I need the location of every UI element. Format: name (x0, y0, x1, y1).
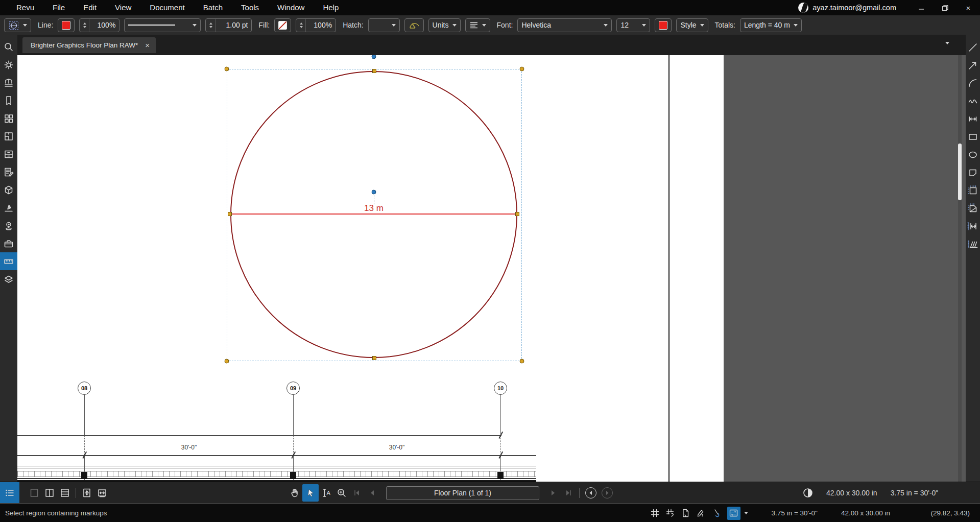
markups-list-toggle[interactable] (0, 482, 19, 504)
corner-handle-nw[interactable] (225, 67, 229, 72)
split-horizontal-button[interactable] (57, 482, 73, 504)
line-tool-icon[interactable] (967, 42, 978, 53)
snap-to-markup-button[interactable] (694, 506, 709, 521)
menu-window[interactable]: Window (268, 0, 314, 15)
sidebar-item-studio[interactable] (0, 145, 17, 163)
arc-tool-icon[interactable] (967, 78, 978, 89)
status-scale[interactable]: 3.75 in = 30'-0" (772, 509, 818, 517)
sidebar-item-measurements[interactable] (0, 252, 17, 270)
protractor-button[interactable] (404, 18, 424, 32)
sidebar-item-spaces[interactable] (0, 127, 17, 145)
fit-page-button[interactable] (79, 482, 94, 504)
arrow-tool-icon[interactable] (967, 60, 978, 71)
next-page-button[interactable] (545, 482, 561, 504)
menu-file[interactable]: File (43, 0, 74, 15)
menu-help[interactable]: Help (314, 0, 348, 15)
sidebar-item-settings[interactable] (0, 56, 17, 74)
hatch-dropdown[interactable] (368, 18, 400, 32)
pan-tool-button[interactable] (287, 482, 302, 504)
polygon-tool-icon[interactable] (967, 167, 978, 178)
menu-view[interactable]: View (106, 0, 140, 15)
menu-edit[interactable]: Edit (74, 0, 106, 15)
last-page-button[interactable] (561, 482, 576, 504)
center-handle[interactable] (372, 190, 376, 195)
line-style-dropdown[interactable] (124, 18, 201, 32)
reuse-markups-button[interactable] (727, 507, 740, 520)
rotation-handle[interactable] (372, 55, 376, 59)
mid-handle-right[interactable] (515, 212, 519, 216)
menu-revu[interactable]: Revu (7, 0, 43, 15)
document-tab[interactable]: Brighter Graphics Floor Plan RAW* × (22, 37, 156, 53)
sidebar-item-markups-list[interactable] (0, 163, 17, 181)
totals-dropdown[interactable]: Length = 40 m (740, 18, 802, 32)
mid-handle-top[interactable] (372, 69, 376, 73)
sidebar-item-thumbnails[interactable] (0, 109, 17, 127)
units-dropdown[interactable]: Units (428, 18, 461, 32)
length-measure-tool-icon[interactable] (967, 113, 978, 125)
corner-handle-ne[interactable] (520, 67, 524, 72)
snap-to-grid-button[interactable] (663, 506, 678, 521)
restore-button[interactable] (933, 0, 957, 15)
polyline-tool-icon[interactable] (967, 96, 978, 107)
snap-to-document-button[interactable] (678, 506, 694, 521)
tab-list-chevron-icon[interactable] (945, 42, 949, 44)
next-view-button[interactable] (602, 487, 613, 499)
select-text-tool-button[interactable]: A (319, 482, 334, 504)
vertical-scrollbar[interactable] (958, 55, 962, 482)
minimize-button[interactable] (910, 0, 933, 15)
font-color-button[interactable] (655, 18, 672, 32)
area-measure-tool-icon[interactable] (967, 185, 978, 196)
measurement-label[interactable]: 13 m (348, 203, 399, 213)
tab-close-icon[interactable]: × (145, 41, 150, 49)
split-vertical-button[interactable] (42, 482, 57, 504)
angle-measure-tool-icon[interactable] (967, 239, 978, 250)
ellipse-tool-icon[interactable] (967, 149, 978, 160)
pdf-page[interactable]: 08 09 10 30'-0" 30'-0" 13 m (17, 55, 724, 482)
style-dropdown[interactable]: Style (676, 18, 708, 32)
mid-handle-bottom[interactable] (372, 356, 376, 360)
mid-handle-left[interactable] (228, 212, 232, 216)
font-size-dropdown[interactable]: 12 (616, 18, 650, 32)
chevron-down-icon[interactable] (744, 512, 748, 514)
fill-opacity-stepper[interactable]: 100% (296, 18, 336, 32)
single-page-view-button[interactable] (27, 482, 42, 504)
account-button[interactable]: ayaz.taimoor@gmail.com (798, 3, 896, 13)
line-opacity-stepper[interactable]: 100% (79, 18, 119, 32)
sidebar-item-3d-model[interactable] (0, 181, 17, 199)
fit-width-button[interactable] (94, 482, 110, 504)
menu-document[interactable]: Document (140, 0, 194, 15)
zoom-tool-button[interactable] (334, 482, 349, 504)
previous-page-button[interactable] (365, 482, 380, 504)
rectangle-tool-icon[interactable] (967, 131, 978, 143)
stepper-arrows[interactable] (300, 19, 306, 32)
sidebar-item-bookmarks[interactable] (0, 91, 17, 109)
sidebar-item-search[interactable] (0, 38, 17, 56)
sidebar-item-signatures[interactable] (0, 199, 17, 217)
alignment-dropdown[interactable] (465, 18, 490, 32)
width-measure-tool-icon[interactable] (967, 221, 978, 232)
menu-batch[interactable]: Batch (194, 0, 232, 15)
snap-hybrid-button[interactable] (709, 506, 724, 521)
grid-toggle-button[interactable] (648, 506, 663, 521)
sidebar-item-tool-chest[interactable] (0, 234, 17, 252)
scrollbar-thumb[interactable] (958, 144, 962, 200)
sidebar-item-layers[interactable] (0, 270, 17, 288)
close-button[interactable]: × (957, 0, 980, 15)
menu-tools[interactable]: Tools (232, 0, 268, 15)
sidebar-item-file-access[interactable] (0, 74, 17, 91)
stepper-arrows[interactable] (83, 19, 89, 32)
font-family-dropdown[interactable]: Helvetica (517, 18, 612, 32)
tool-mode-dropdown[interactable] (4, 18, 31, 32)
first-page-button[interactable] (349, 482, 365, 504)
document-canvas[interactable]: 08 09 10 30'-0" 30'-0" 13 m (17, 55, 966, 482)
previous-view-button[interactable] (585, 487, 596, 499)
line-color-button[interactable] (58, 18, 75, 32)
line-width-stepper[interactable]: 1.00 pt (205, 18, 252, 32)
volume-measure-tool-icon[interactable] (967, 203, 978, 214)
corner-handle-sw[interactable] (225, 359, 229, 364)
fill-color-button[interactable] (274, 18, 291, 32)
contrast-icon[interactable] (803, 488, 813, 498)
page-navigation-box[interactable]: Floor Plan (1 of 1) (386, 486, 539, 500)
sidebar-item-places[interactable] (0, 217, 17, 234)
corner-handle-se[interactable] (520, 359, 524, 364)
